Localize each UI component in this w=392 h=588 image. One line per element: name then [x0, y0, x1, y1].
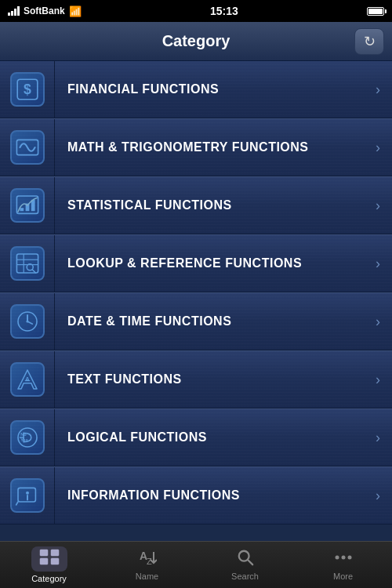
category-item-math[interactable]: MATH & TRIGONOMETRY FUNCTIONS › — [0, 118, 392, 176]
time-label: 15:13 — [210, 5, 238, 17]
svg-rect-30 — [40, 558, 48, 564]
item-icon-wrap-text: A — [0, 351, 55, 408]
svg-text:A: A — [25, 376, 30, 383]
item-label-logical: LOGICAL FUNCTIONS — [55, 419, 364, 457]
signal-icon — [8, 6, 20, 16]
svg-text:Yes: Yes — [20, 437, 28, 442]
item-label-lookup: LOOKUP & REFERENCE FUNCTIONS — [55, 245, 364, 283]
item-label-financial: FINANCIAL FUNCTIONS — [55, 71, 364, 109]
tab-search[interactable]: Search — [196, 542, 294, 588]
refresh-button[interactable]: ↻ — [354, 28, 384, 55]
search-tab-icon — [236, 549, 255, 569]
financial-icon: $ — [10, 72, 45, 107]
svg-rect-31 — [51, 558, 59, 564]
item-icon-wrap-statistical — [0, 177, 55, 234]
datetime-icon — [10, 304, 45, 339]
math-icon — [10, 130, 45, 165]
category-item-datetime[interactable]: DATE & TIME FUNCTIONS › — [0, 292, 392, 350]
tab-search-label: Search — [231, 572, 259, 581]
tab-more-label: More — [333, 572, 353, 581]
item-label-information: INFORMATION FUNCTIONS — [55, 477, 364, 515]
chevron-right-icon: › — [364, 314, 392, 330]
chevron-right-icon: › — [364, 372, 392, 388]
refresh-icon: ↻ — [364, 33, 376, 50]
logical-icon: No Yes — [10, 420, 45, 455]
svg-text:$: $ — [24, 82, 31, 97]
tab-category-label: Category — [31, 574, 67, 583]
item-icon-wrap-datetime — [0, 293, 55, 350]
category-item-text[interactable]: A TEXT FUNCTIONS › — [0, 350, 392, 408]
information-icon — [10, 478, 45, 513]
svg-point-16 — [26, 320, 28, 322]
carrier-label: SoftBank — [24, 5, 65, 16]
item-icon-wrap-information — [0, 467, 55, 524]
svg-rect-29 — [51, 550, 59, 556]
svg-line-25 — [16, 502, 17, 505]
tab-more[interactable]: More — [294, 542, 392, 588]
chevron-right-icon: › — [364, 488, 392, 504]
item-label-text: TEXT FUNCTIONS — [55, 361, 364, 399]
item-icon-wrap-financial: $ — [0, 61, 55, 118]
page-title: Category — [162, 32, 230, 50]
category-list: $ FINANCIAL FUNCTIONS › MATH & TRIGONOME… — [0, 61, 392, 541]
name-tab-icon: A Z — [138, 549, 157, 569]
wifi-icon: 📶 — [69, 5, 82, 17]
svg-point-37 — [335, 556, 339, 560]
category-tab-icon — [39, 549, 60, 569]
category-item-financial[interactable]: $ FINANCIAL FUNCTIONS › — [0, 61, 392, 118]
svg-point-26 — [26, 492, 29, 495]
item-icon-wrap-math — [0, 119, 55, 176]
tab-category[interactable]: Category — [0, 542, 98, 588]
lookup-icon — [10, 246, 45, 281]
item-icon-wrap-logical: No Yes — [0, 409, 55, 466]
item-label-math: MATH & TRIGONOMETRY FUNCTIONS — [55, 129, 364, 167]
svg-rect-7 — [16, 254, 38, 273]
chevron-right-icon: › — [364, 256, 392, 272]
header: Category ↻ — [0, 22, 392, 61]
svg-rect-4 — [20, 208, 24, 211]
chevron-right-icon: › — [364, 430, 392, 446]
chevron-right-icon: › — [364, 198, 392, 214]
status-bar: SoftBank 📶 15:13 — [0, 0, 392, 22]
svg-point-38 — [341, 556, 345, 560]
chevron-right-icon: › — [364, 82, 392, 98]
item-icon-wrap-lookup — [0, 235, 55, 292]
more-tab-icon — [334, 549, 353, 569]
battery-icon — [367, 7, 384, 16]
svg-point-39 — [347, 556, 351, 560]
svg-line-36 — [248, 560, 252, 564]
tab-name-label: Name — [136, 572, 158, 581]
category-item-logical[interactable]: No Yes LOGICAL FUNCTIONS › — [0, 408, 392, 466]
statistical-icon — [10, 188, 45, 223]
category-item-information[interactable]: INFORMATION FUNCTIONS › — [0, 466, 392, 524]
text-icon: A — [10, 362, 45, 397]
item-label-statistical: STATISTICAL FUNCTIONS — [55, 187, 364, 225]
category-item-lookup[interactable]: LOOKUP & REFERENCE FUNCTIONS › — [0, 234, 392, 292]
tab-bar: Category A Z Name Search — [0, 541, 392, 588]
chevron-right-icon: › — [364, 140, 392, 156]
category-item-statistical[interactable]: STATISTICAL FUNCTIONS › — [0, 176, 392, 234]
item-label-datetime: DATE & TIME FUNCTIONS — [55, 303, 364, 341]
tab-name[interactable]: A Z Name — [98, 542, 196, 588]
svg-rect-28 — [40, 550, 48, 556]
svg-text:No: No — [20, 432, 27, 437]
